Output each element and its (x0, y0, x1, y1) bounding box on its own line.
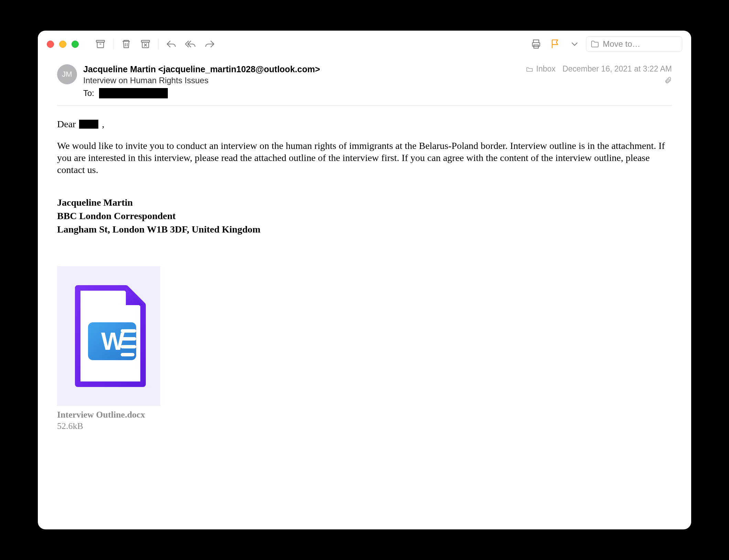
mail-window: Move to… JM Jacqueline Martin <jacquelin… (38, 31, 691, 529)
header-separator (57, 105, 672, 106)
reply-all-button[interactable] (183, 36, 198, 52)
subject-line: Interview on Human Rights Issues (83, 76, 520, 85)
fullscreen-window-button[interactable] (72, 41, 79, 48)
greeting-prefix: Dear (57, 118, 76, 130)
body-paragraph: We would like to invite you to conduct a… (57, 140, 672, 176)
toolbar-separator (158, 39, 159, 50)
message-content: JM Jacqueline Martin <jacqueline_martin1… (38, 57, 691, 529)
forward-button[interactable] (202, 36, 218, 52)
word-doc-icon: W (67, 284, 150, 388)
flag-button[interactable] (547, 36, 563, 52)
message-date: December 16, 2021 at 3:22 AM (563, 64, 672, 74)
message-body: Dear , We would like to invite you to co… (57, 118, 672, 432)
folder-name: Inbox (536, 64, 555, 74)
attachment-indicator-icon (664, 76, 672, 86)
reply-button[interactable] (163, 36, 179, 52)
flag-menu-button[interactable] (567, 36, 583, 52)
window-controls (47, 41, 79, 48)
attachment-filename: Interview Outline.docx (57, 409, 160, 421)
attachment-thumbnail: W (57, 266, 160, 406)
move-to-label: Move to… (603, 39, 640, 49)
message-header: JM Jacqueline Martin <jacqueline_martin1… (57, 64, 672, 98)
folder-icon (590, 40, 599, 49)
close-window-button[interactable] (47, 41, 54, 48)
signature-address: Langham St, London W1B 3DF, United Kingd… (57, 223, 672, 235)
greeting-redacted (79, 120, 98, 129)
greeting-suffix: , (102, 118, 104, 130)
signature-name: Jacqueline Martin (57, 196, 672, 208)
print-button[interactable] (528, 36, 544, 52)
toolbar: Move to… (38, 31, 691, 57)
svg-rect-9 (533, 40, 539, 43)
folder-tag[interactable]: Inbox (526, 64, 555, 74)
signature: Jacqueline Martin BBC London Corresponde… (57, 196, 672, 235)
to-redacted (99, 88, 168, 98)
toolbar-separator (113, 39, 113, 50)
junk-button[interactable] (138, 36, 153, 52)
to-label: To: (83, 88, 94, 98)
to-line: To: (83, 88, 520, 98)
attachment-size: 52.6kB (57, 421, 160, 432)
move-to-dropdown[interactable]: Move to… (586, 36, 682, 52)
greeting-line: Dear , (57, 118, 672, 130)
avatar-initials: JM (62, 70, 72, 79)
archive-button[interactable] (93, 36, 108, 52)
sender-avatar: JM (57, 64, 77, 84)
attachment-block[interactable]: W Interview Outline.docx 52.6kB (57, 266, 160, 432)
folder-icon (526, 65, 533, 73)
signature-title: BBC London Correspondent (57, 210, 672, 222)
delete-button[interactable] (118, 36, 134, 52)
minimize-window-button[interactable] (59, 41, 66, 48)
svg-rect-1 (97, 42, 104, 48)
header-meta: Inbox December 16, 2021 at 3:22 AM (526, 64, 672, 98)
from-line: Jacqueline Martin <jacqueline_martin1028… (83, 64, 520, 74)
